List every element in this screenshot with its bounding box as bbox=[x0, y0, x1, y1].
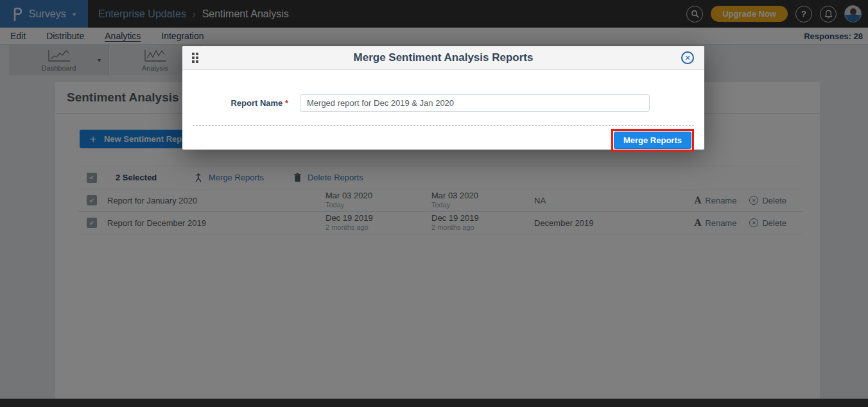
merge-reports-modal: Merge Sentiment Analysis Reports ✕ Repor… bbox=[182, 46, 704, 150]
report-name-label: Report Name * bbox=[182, 98, 300, 108]
modal-title: Merge Sentiment Analysis Reports bbox=[182, 51, 704, 64]
drag-handle-icon[interactable] bbox=[192, 53, 198, 63]
action-highlight-box: Merge Reports bbox=[611, 129, 694, 152]
modal-header: Merge Sentiment Analysis Reports ✕ bbox=[182, 46, 704, 70]
modal-close-icon[interactable]: ✕ bbox=[681, 51, 694, 64]
merge-reports-submit-button[interactable]: Merge Reports bbox=[614, 132, 691, 149]
required-asterisk: * bbox=[285, 98, 288, 108]
report-name-label-text: Report Name bbox=[230, 98, 282, 108]
modal-body: Report Name * bbox=[182, 70, 704, 112]
report-name-input[interactable] bbox=[300, 94, 650, 112]
modal-footer: Merge Reports bbox=[182, 126, 704, 155]
